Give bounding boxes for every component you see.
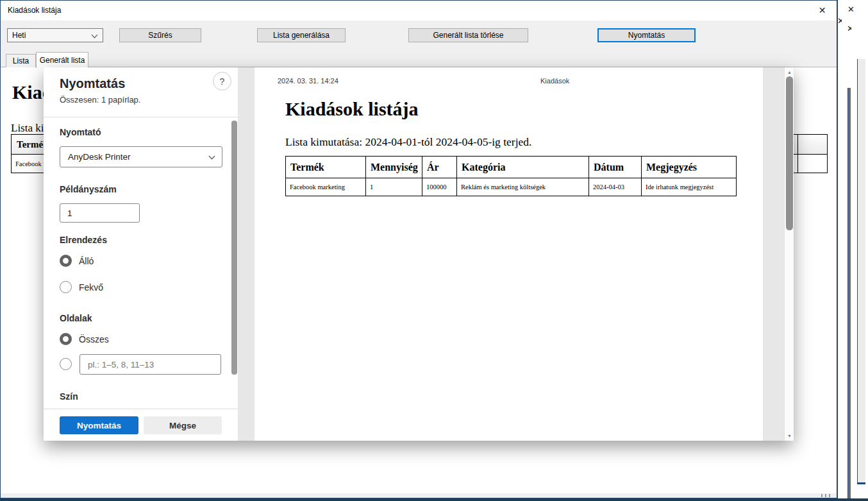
print-settings-panel: Nyomtatás Összesen: 1 papírlap. ? Nyomta… [44, 67, 238, 441]
print-preview-area: 2024. 03. 31. 14:24 Kiadások Kiadások li… [238, 67, 794, 441]
print-button[interactable]: Nyomtatás [597, 28, 696, 42]
chevron-down-icon [92, 32, 98, 38]
copies-value: 1 [67, 208, 72, 218]
print-dialog-title: Nyomtatás [60, 76, 125, 91]
period-select[interactable]: Heti [7, 28, 103, 42]
color-label: Szín [60, 391, 78, 402]
toolbar: Heti Szűrés Lista generálása Generált li… [1, 21, 837, 50]
radio-pages-all-label[interactable]: Összes [79, 334, 109, 344]
generate-list-button[interactable]: Lista generálása [257, 28, 346, 42]
background-window-panel [857, 59, 865, 484]
scroll-up-icon[interactable]: ▲ [785, 67, 794, 77]
radio-pages-all[interactable] [60, 333, 72, 345]
titlebar: Kiadások listája ✕ [1, 1, 837, 21]
copies-input[interactable]: 1 [60, 203, 140, 223]
delete-generated-list-button[interactable]: Generált lista törlése [408, 28, 528, 42]
expenses-table: Termék Mennyiség Ár Kategória Dátum Megj… [285, 156, 737, 196]
period-select-value: Heti [12, 31, 26, 40]
tab-strip: Lista Generált lista [1, 50, 837, 67]
preview-header-doc: Kiadások [540, 77, 569, 85]
close-icon[interactable]: ✕ [847, 5, 855, 13]
printer-select[interactable]: AnyDesk Printer [60, 146, 222, 167]
close-button[interactable]: ✕ [808, 1, 837, 20]
document-subtitle: Lista kimutatása: 2024-04-01-tól 2024-04… [285, 135, 531, 149]
pages-label: Oldalak [60, 313, 92, 323]
radio-pages-custom[interactable] [60, 358, 72, 370]
panel-scrollbar-thumb[interactable] [231, 121, 237, 375]
copies-label: Példányszám [60, 184, 117, 194]
background-window-scrollbar[interactable] [847, 88, 851, 498]
radio-portrait[interactable] [60, 255, 72, 267]
table-row: Facebook marketing 1 100000 Reklám és ma… [286, 178, 737, 196]
table-header-row: Termék Mennyiség Ár Kategória Dátum Megj… [286, 157, 737, 178]
divider [44, 117, 238, 117]
radio-landscape-label[interactable]: Fekvő [79, 282, 103, 293]
chevron-down-icon [209, 153, 215, 160]
close-icon[interactable]: ✕ [837, 17, 842, 25]
help-button[interactable]: ? [213, 72, 231, 90]
radio-landscape[interactable] [60, 281, 72, 293]
print-dialog-footer: Nyomtatás Mégse [44, 409, 238, 441]
window-bottom-edge [1, 493, 837, 498]
radio-portrait-label[interactable]: Álló [79, 256, 94, 266]
tab-lista[interactable]: Lista [6, 54, 36, 67]
total-sheets-label: Összesen: 1 papírlap. [60, 95, 140, 105]
layout-label: Elrendezés [60, 235, 107, 245]
preview-header-date: 2024. 03. 31. 14:24 [278, 77, 338, 85]
print-dialog: Nyomtatás Összesen: 1 papírlap. ? Nyomta… [44, 67, 794, 441]
taskbar-edge [0, 498, 868, 501]
close-icon: ✕ [819, 5, 826, 15]
window-title: Kiadások listája [8, 6, 61, 15]
close-icon[interactable]: ✕ [847, 24, 851, 33]
print-confirm-button[interactable]: Nyomtatás [60, 416, 138, 434]
pages-custom-placeholder: pl.: 1–5, 8, 11–13 [88, 360, 154, 369]
tab-generalt-lista[interactable]: Generált lista [36, 52, 88, 68]
preview-page: 2024. 03. 31. 14:24 Kiadások Kiadások li… [255, 67, 763, 441]
cancel-button[interactable]: Mégse [144, 416, 222, 434]
resize-grip[interactable] [821, 494, 833, 497]
filter-button[interactable]: Szűrés [119, 28, 201, 42]
pages-custom-input[interactable]: pl.: 1–5, 8, 11–13 [79, 354, 221, 375]
printer-label: Nyomtató [60, 127, 101, 137]
help-icon: ? [220, 76, 225, 87]
document-title: Kiadások listája [285, 98, 419, 120]
preview-scrollbar-thumb[interactable] [786, 76, 793, 230]
panel-scrollbar[interactable] [231, 117, 238, 409]
preview-scrollbar[interactable]: ▲ ▼ [784, 67, 794, 441]
scroll-down-icon[interactable]: ▼ [785, 431, 794, 441]
printer-select-value: AnyDesk Printer [68, 152, 131, 162]
